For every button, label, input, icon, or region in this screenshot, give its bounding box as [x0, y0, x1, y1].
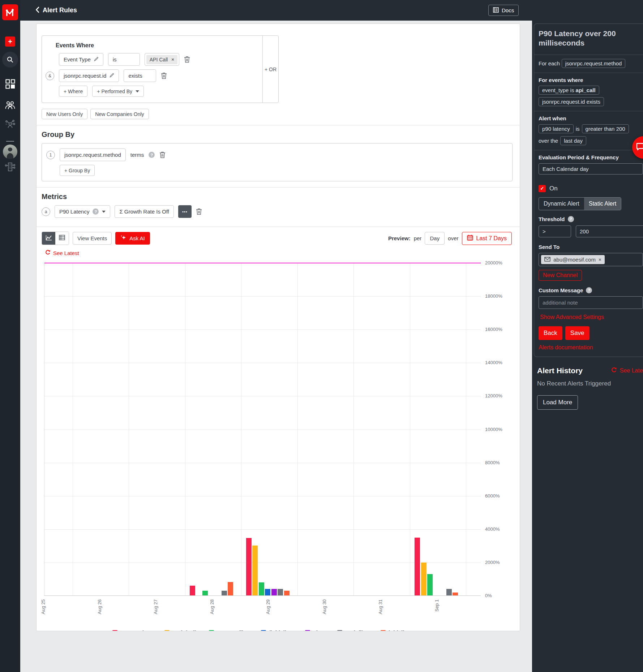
delete-group-by-icon[interactable] — [159, 151, 166, 158]
date-range-button[interactable]: Last 7 Days — [462, 232, 512, 245]
add-or-button[interactable]: + OR — [262, 36, 278, 103]
x-axis-label: Aug 29 — [265, 599, 271, 614]
help-icon[interactable]: ? — [568, 216, 574, 222]
group-by-field-selector[interactable]: jsonrpc.request.method — [60, 148, 126, 161]
section-divider — [37, 125, 520, 125]
user-avatar[interactable] — [0, 145, 20, 159]
create-new-button[interactable]: + — [0, 36, 20, 47]
legend-item[interactable]: ping — [305, 629, 325, 631]
delete-filter-icon[interactable] — [184, 56, 190, 63]
add-performed-by-button[interactable]: + Performed By — [92, 86, 144, 97]
bar-tools/list[interactable] — [222, 591, 227, 595]
bar-ping[interactable] — [271, 589, 277, 595]
legend-swatch — [305, 630, 310, 632]
chart-view-button[interactable] — [42, 232, 55, 245]
bar-initialize[interactable] — [228, 582, 233, 595]
back-button[interactable]: Back — [539, 326, 562, 340]
gridline — [44, 529, 481, 530]
growth-rate-toggle[interactable]: Σ Growth Rate Is Off — [115, 205, 173, 218]
add-where-button[interactable]: + Where — [59, 86, 87, 97]
metric-selector[interactable]: P90 Latency ? — [55, 205, 110, 218]
bar-/initialize[interactable] — [265, 589, 270, 595]
delete-metric-icon[interactable] — [196, 208, 202, 215]
table-view-button[interactable] — [55, 232, 69, 245]
back-to-alert-rules[interactable]: Alert Rules — [35, 7, 77, 14]
show-advanced-settings-link[interactable]: Show Advanced Settings — [540, 314, 604, 320]
alert-summary-panel: P90 Latency over 200 milliseconds For ea… — [532, 0, 643, 672]
sidebar-item-companies[interactable] — [0, 162, 20, 173]
alerts-documentation-link[interactable]: Alerts documentation — [539, 344, 593, 350]
filter-operator-selector-2[interactable]: exists — [124, 69, 156, 82]
filter-field-label: Event Type — [64, 56, 91, 63]
threshold-value-input[interactable] — [576, 225, 643, 237]
filter-field-selector-2[interactable]: jsonrpc.request.id — [59, 69, 119, 82]
sidebar-item-dashboards[interactable] — [0, 79, 20, 90]
bar-tools/list[interactable] — [446, 589, 452, 595]
delete-filter-icon-2[interactable] — [161, 72, 167, 79]
on-checkbox[interactable]: ✓ — [539, 185, 546, 192]
y-axis-label: 20000% — [485, 260, 502, 266]
save-button[interactable]: Save — [565, 326, 590, 340]
new-users-only-button[interactable]: New Users Only — [42, 109, 87, 119]
plus-icon: + — [5, 36, 15, 47]
recipient-chip: abu@moesif.com × — [541, 255, 605, 264]
bar-initialize[interactable] — [284, 591, 290, 595]
table-icon — [59, 235, 65, 242]
bar-prompts/get[interactable] — [246, 538, 252, 595]
metric-row: a P90 Latency ? Σ Growth Rate Is Off ••• — [42, 205, 513, 218]
on-toggle-row: ✓ On — [534, 185, 643, 192]
remove-recipient-icon[interactable]: × — [599, 257, 601, 262]
bar-initialize[interactable] — [453, 593, 458, 595]
x-axis-label: Sep 1 — [434, 599, 440, 612]
legend-item[interactable]: prompts/get — [112, 629, 152, 631]
filter-operator-selector[interactable]: is — [108, 53, 140, 66]
bar-tools/list[interactable] — [278, 589, 283, 595]
search-button[interactable] — [0, 52, 20, 68]
new-companies-only-button[interactable]: New Companies Only — [90, 109, 149, 119]
y-axis-label: 0% — [485, 593, 492, 598]
bar-prompts/list[interactable] — [259, 582, 264, 595]
threshold-operator-input[interactable] — [539, 225, 571, 237]
load-more-button[interactable]: Load More — [537, 395, 578, 410]
help-icon[interactable]: ? — [93, 208, 99, 215]
dynamic-alert-button[interactable]: Dynamic Alert — [539, 198, 584, 210]
section-divider — [37, 187, 520, 188]
help-icon[interactable]: ? — [586, 287, 592, 293]
bar-tools/call[interactable] — [252, 546, 258, 595]
legend-item[interactable]: tools/list — [337, 629, 368, 631]
docs-button[interactable]: Docs — [488, 5, 519, 16]
legend-item[interactable]: prompts/list — [209, 629, 248, 631]
filter-field-selector[interactable]: Event Type — [59, 53, 103, 66]
bar-prompts/list[interactable] — [202, 591, 208, 595]
filter-value-box[interactable]: API Call × — [145, 53, 179, 66]
bar-prompts/get[interactable] — [190, 586, 195, 595]
legend-item[interactable]: initialize — [381, 629, 410, 631]
see-latest-link[interactable]: See Latest — [45, 250, 79, 256]
add-group-by-button[interactable]: + Group By — [60, 165, 95, 176]
ask-ai-button[interactable]: Ask AI — [115, 232, 150, 245]
sidebar-item-user-flows[interactable] — [0, 119, 20, 131]
and-joiner[interactable]: & — [46, 72, 54, 80]
group-by-field-label: jsonrpc.request.method — [64, 152, 121, 158]
help-icon[interactable]: ? — [149, 152, 155, 158]
bar-tools/call[interactable] — [421, 563, 426, 595]
view-events-button[interactable]: View Events — [73, 232, 112, 245]
bar-prompts/list[interactable] — [427, 574, 433, 595]
interval-selector[interactable]: Day — [425, 232, 445, 245]
bar-prompts/get[interactable] — [415, 538, 420, 595]
send-to-input[interactable]: abu@moesif.com × — [539, 253, 643, 266]
new-channel-button[interactable]: New Channel — [539, 270, 582, 281]
custom-message-input[interactable] — [539, 296, 643, 309]
static-alert-button[interactable]: Static Alert — [584, 198, 621, 210]
evaluation-frequency-select[interactable]: Each Calendar day — [539, 163, 643, 175]
y-axis-label: 8000% — [485, 460, 500, 465]
sidebar-item-users[interactable] — [0, 100, 20, 111]
legend-item[interactable]: tools/call — [164, 629, 196, 631]
history-see-latest-link[interactable]: See Latest — [611, 367, 643, 374]
legend-item[interactable]: /initialize — [261, 629, 292, 631]
metric-chip: p90 latency — [539, 124, 574, 133]
more-options-button[interactable]: ••• — [178, 205, 192, 218]
remove-value-icon[interactable]: × — [171, 57, 174, 62]
moesif-logo[interactable] — [0, 4, 20, 20]
per-label: per — [414, 235, 422, 241]
